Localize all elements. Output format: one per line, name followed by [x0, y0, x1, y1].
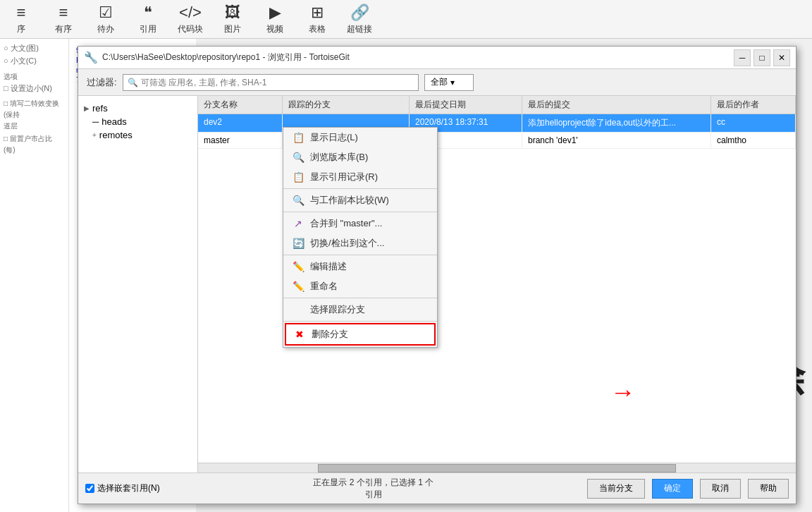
- col-date: 最后提交日期: [410, 96, 522, 114]
- toolbar-youxu[interactable]: ≡ 有序: [49, 4, 78, 35]
- toolbar-table[interactable]: ⊞ 表格: [303, 4, 331, 35]
- close-button[interactable]: ✕: [773, 49, 790, 66]
- top-toolbar: ≡ 序 ≡ 有序 ☑ 待办 ❝ 引用 </> 代码块 🖼 图片 ▶ 视频 ⊞ 表…: [0, 0, 812, 39]
- menu-sep-2: [283, 212, 437, 212]
- cell-branch-1: master: [198, 133, 283, 148]
- dialog-window: 🔧 C:\Users\HaSee\Desktop\repository\repo…: [78, 46, 796, 504]
- daiban-icon: ☑: [99, 4, 113, 22]
- menu-select-tracking[interactable]: 选择跟踪分支: [283, 300, 437, 319]
- nested-refs-checkbox[interactable]: 选择嵌套引用(N): [85, 482, 160, 494]
- arrow-annotation: →: [610, 377, 636, 407]
- dash-icon: ─: [92, 116, 99, 127]
- sidebar-text: ○ 大文(图) ○ 小文(C) 选项 □ 设置边小(N) □ 填写二特效变换 (…: [4, 42, 65, 156]
- scrollbar-thumb: [318, 464, 677, 473]
- table-panel: 分支名称 跟踪的分支 最后提交日期 最后的提交 最后的作者 dev2 2020/…: [198, 96, 796, 473]
- table-icon: ⊞: [311, 4, 324, 22]
- code-icon: </>: [179, 4, 202, 22]
- menu-switch[interactable]: 🔄 切换/检出到这个...: [283, 233, 437, 253]
- tree-refs[interactable]: ▶ refs: [81, 102, 195, 115]
- toolbar-image[interactable]: 🖼 图片: [219, 4, 247, 35]
- main-content: ▶ refs ─ heads + remotes 分支名称 跟踪的分支 最后提交…: [78, 96, 796, 473]
- search-icon: 🔍: [128, 78, 138, 87]
- cell-commit-1: branch 'dev1': [522, 133, 711, 148]
- context-menu: 📋 显示日志(L) 🔍 浏览版本库(B) 📋 显示引用记录(R) 🔍 与工作副本…: [283, 127, 438, 348]
- title-bar-left: 🔧 C:\Users\HaSee\Desktop\repository\repo…: [84, 51, 350, 64]
- expand-remote-icon: +: [92, 131, 97, 139]
- col-author: 最后的作者: [711, 96, 796, 114]
- col-tracking: 跟踪的分支: [283, 96, 410, 114]
- merge-icon: ↗: [292, 217, 304, 230]
- toolbar-link[interactable]: 🔗 超链接: [345, 4, 374, 35]
- current-branch-button[interactable]: 当前分支: [587, 479, 645, 499]
- menu-sep-3: [283, 255, 437, 255]
- compare-icon: 🔍: [292, 194, 304, 207]
- menu-sep-4: [283, 298, 437, 298]
- tree-panel: ▶ refs ─ heads + remotes: [78, 96, 198, 473]
- tree-heads[interactable]: ─ heads: [81, 115, 195, 128]
- cell-author-0: cc: [711, 114, 796, 132]
- browse-icon: 🔍: [292, 151, 304, 164]
- switch-icon: 🔄: [292, 237, 304, 250]
- col-branch: 分支名称: [198, 96, 283, 114]
- tortoisegit-icon: 🔧: [84, 51, 98, 64]
- ok-button[interactable]: 确定: [652, 479, 693, 499]
- edit-icon: ✏️: [292, 260, 304, 273]
- expand-icon: ▶: [84, 104, 90, 112]
- yinyong-icon: ❝: [144, 4, 152, 22]
- menu-merge[interactable]: ↗ 合并到 "master"...: [283, 214, 437, 233]
- cell-branch-0: dev2: [198, 114, 283, 132]
- video-icon: ▶: [269, 4, 281, 22]
- menu-sep-1: [283, 188, 437, 189]
- delete-icon: ✖: [293, 328, 306, 341]
- filter-input[interactable]: [141, 78, 414, 87]
- title-bar-controls: ─ □ ✕: [734, 49, 790, 66]
- status-text: 正在显示 2 个引用，已选择 1 个引用: [167, 477, 580, 501]
- toolbar-code[interactable]: </> 代码块: [176, 4, 204, 35]
- youxu-icon: ≡: [59, 4, 68, 22]
- table-header: 分支名称 跟踪的分支 最后提交日期 最后的提交 最后的作者: [198, 96, 796, 114]
- nested-refs-check[interactable]: [85, 484, 94, 493]
- xu-icon: ≡: [17, 4, 26, 22]
- filter-bar: 过滤器: 🔍 全部 ▾: [78, 69, 796, 96]
- menu-show-log[interactable]: 📋 显示日志(L): [283, 128, 437, 147]
- filter-label: 过滤器:: [87, 76, 117, 89]
- link-icon: 🔗: [350, 4, 369, 22]
- help-button[interactable]: 帮助: [748, 479, 789, 499]
- filter-input-wrap[interactable]: 🔍: [123, 74, 419, 91]
- blog-sidebar: ○ 大文(图) ○ 小文(C) 选项 □ 设置边小(N) □ 填写二特效变换 (…: [0, 39, 69, 512]
- chevron-down-icon: ▾: [450, 78, 455, 87]
- menu-rename[interactable]: ✏️ 重命名: [283, 276, 437, 296]
- tracking-icon: [292, 303, 304, 316]
- image-icon: 🖼: [225, 4, 240, 22]
- window-title: C:\Users\HaSee\Desktop\repository\repo1 …: [102, 51, 350, 63]
- status-bar: 选择嵌套引用(N) 正在显示 2 个引用，已选择 1 个引用 当前分支 确定 取…: [78, 473, 796, 504]
- rename-icon: ✏️: [292, 280, 304, 293]
- tree-remotes[interactable]: + remotes: [81, 128, 195, 142]
- cell-author-1: calmtho: [711, 133, 796, 148]
- toolbar-daiban[interactable]: ☑ 待办: [92, 4, 120, 35]
- menu-delete-branch[interactable]: ✖ 删除分支: [285, 323, 436, 346]
- cell-commit-0: 添加helloproject除了idea,out以外的工...: [522, 114, 711, 132]
- title-bar: 🔧 C:\Users\HaSee\Desktop\repository\repo…: [78, 47, 796, 69]
- log-icon: 📋: [292, 131, 304, 144]
- menu-sep-5: [283, 321, 437, 322]
- cancel-button[interactable]: 取消: [700, 479, 741, 499]
- minimize-button[interactable]: ─: [734, 49, 751, 66]
- toolbar-video[interactable]: ▶ 视频: [261, 4, 289, 35]
- menu-compare[interactable]: 🔍 与工作副本比较(W): [283, 190, 437, 210]
- menu-show-reflog[interactable]: 📋 显示引用记录(R): [283, 167, 437, 187]
- table-scrollbar[interactable]: [198, 463, 796, 473]
- reflog-icon: 📋: [292, 171, 304, 183]
- toolbar-xu[interactable]: ≡ 序: [7, 4, 35, 35]
- maximize-button[interactable]: □: [753, 49, 770, 66]
- menu-browse-repo[interactable]: 🔍 浏览版本库(B): [283, 147, 437, 167]
- filter-dropdown[interactable]: 全部 ▾: [424, 74, 474, 91]
- col-commit: 最后的提交: [522, 96, 711, 114]
- toolbar-yinyong[interactable]: ❝ 引用: [134, 4, 162, 35]
- menu-edit-desc[interactable]: ✏️ 编辑描述: [283, 257, 437, 276]
